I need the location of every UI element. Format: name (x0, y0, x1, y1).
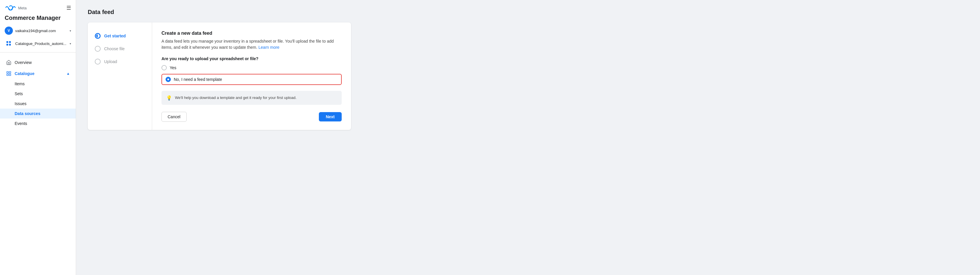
radio-group: Yes No, I need a feed template (161, 65, 342, 85)
account-selector[interactable]: V vaikalra194@gmail.com ▾ (0, 25, 76, 36)
svg-rect-1 (10, 71, 11, 73)
catalogue-grid-icon (5, 40, 13, 47)
cancel-button[interactable]: Cancel (161, 112, 187, 122)
wizard-step-choose-file[interactable]: Choose file (88, 42, 152, 55)
wizard-steps: Get started Choose file Upload (88, 22, 152, 130)
page-title: Data feed (88, 9, 968, 16)
catalogue-name: Catalogue_Products_automi... (15, 41, 67, 46)
sidebar: Meta ☰ Commerce Manager V vaikalra194@gm… (0, 0, 76, 275)
step-3-label: Upload (104, 59, 117, 64)
sidebar-item-data-sources[interactable]: Data sources (0, 109, 76, 119)
svg-rect-3 (10, 74, 11, 76)
catalogue-nav-icon (6, 71, 12, 76)
wizard-step-get-started[interactable]: Get started (88, 30, 152, 42)
step-1-icon (95, 34, 100, 38)
wizard-content-title: Create a new data feed (161, 31, 342, 36)
catalogue-subitems: Items Sets Issues Data sources Events (0, 79, 76, 128)
step-2-indicator (95, 46, 101, 52)
meta-text: Meta (18, 6, 27, 10)
home-icon (6, 60, 12, 65)
hint-text: We'll help you download a template and g… (175, 95, 297, 101)
svg-rect-0 (7, 71, 8, 73)
step-1-indicator (95, 33, 101, 39)
main-content: Data feed Get started Choose file (76, 0, 980, 275)
step-1-label: Get started (104, 33, 126, 38)
catalogue-chevron-down-icon: ▾ (70, 42, 71, 45)
lightbulb-icon: 💡 (166, 95, 172, 101)
svg-rect-2 (7, 74, 8, 76)
radio-option-yes[interactable]: Yes (161, 65, 342, 70)
sidebar-nav: Overview Catalogue ▲ Items (0, 55, 76, 130)
wizard-container: Get started Choose file Upload Create a … (88, 22, 351, 130)
radio-no-circle (165, 77, 171, 82)
catalogue-chevron-icon: ▲ (67, 71, 70, 76)
sidebar-item-sets[interactable]: Sets (0, 89, 76, 99)
meta-logo-icon (5, 5, 16, 11)
sidebar-item-items[interactable]: Items (0, 79, 76, 89)
step-3-indicator (95, 58, 101, 65)
radio-option-no[interactable]: No, I need a feed template (161, 74, 342, 85)
sidebar-item-catalogue[interactable]: Catalogue ▲ (0, 68, 76, 79)
sidebar-header: Meta ☰ (0, 0, 76, 13)
meta-logo: Meta (5, 5, 27, 11)
app-title: Commerce Manager (0, 13, 76, 25)
sidebar-item-overview-label: Overview (14, 60, 32, 65)
wizard-actions: Cancel Next (161, 112, 342, 122)
wizard-content-panel: Create a new data feed A data feed lets … (152, 22, 351, 130)
template-hint: 💡 We'll help you download a template and… (161, 91, 342, 105)
radio-no-label: No, I need a feed template (174, 77, 222, 82)
radio-yes-circle (161, 65, 167, 70)
sidebar-item-overview[interactable]: Overview (0, 57, 76, 68)
hamburger-icon[interactable]: ☰ (67, 5, 71, 11)
next-button[interactable]: Next (319, 112, 342, 122)
catalogue-selector[interactable]: Catalogue_Products_automi... ▾ (0, 38, 76, 49)
wizard-step-upload[interactable]: Upload (88, 55, 152, 68)
wizard-content-description: A data feed lets you manage your invento… (161, 38, 342, 51)
avatar: V (5, 27, 13, 35)
radio-yes-label: Yes (170, 65, 177, 70)
catalogue-label: Catalogue (14, 71, 35, 76)
sidebar-item-issues[interactable]: Issues (0, 99, 76, 109)
sidebar-item-events[interactable]: Events (0, 119, 76, 128)
wizard-question: Are you ready to upload your spreadsheet… (161, 56, 342, 61)
step-2-label: Choose file (104, 46, 125, 51)
account-chevron-down-icon: ▾ (70, 29, 71, 32)
account-email: vaikalra194@gmail.com (15, 28, 67, 33)
learn-more-link[interactable]: Learn more (259, 45, 280, 50)
